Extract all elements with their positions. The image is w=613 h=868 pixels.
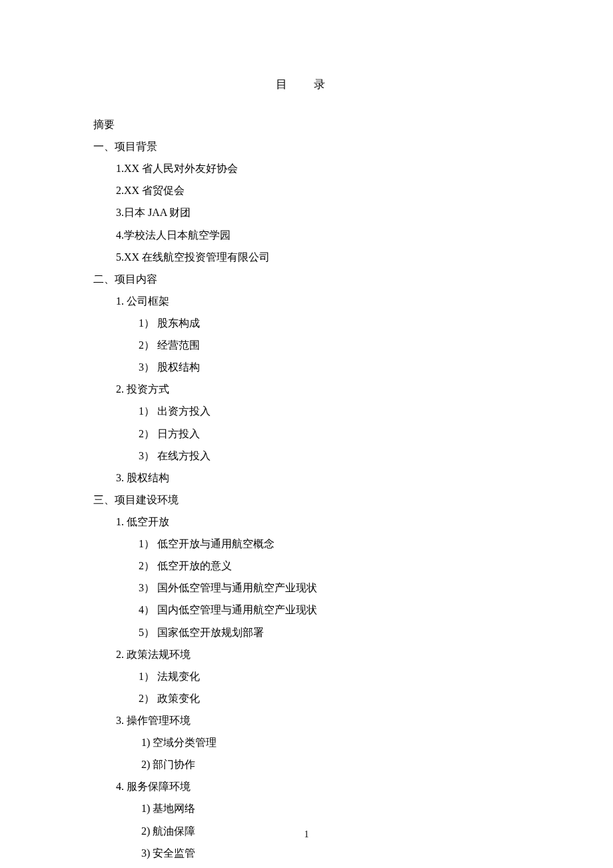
page-number: 1 [0, 829, 613, 840]
toc-section-2: 二、项目内容 [93, 268, 520, 290]
toc-subitem: 2) 部门协作 [93, 753, 520, 775]
toc-subitem: 1） 低空开放与通用航空概念 [93, 533, 520, 555]
document-page: 目 录 摘要 一、项目背景 1.XX 省人民对外友好协会 2.XX 省贸促会 3… [0, 0, 613, 868]
toc-item: 3. 股权结构 [93, 467, 520, 489]
table-of-contents: 摘要 一、项目背景 1.XX 省人民对外友好协会 2.XX 省贸促会 3.日本 … [93, 113, 520, 868]
toc-item: 1.XX 省人民对外友好协会 [93, 157, 520, 179]
toc-subitem: 2） 政策变化 [93, 687, 520, 709]
toc-item: 1. 低空开放 [93, 511, 520, 533]
toc-item: 4. 服务保障环境 [93, 775, 520, 797]
toc-subitem: 2） 日方投入 [93, 423, 520, 445]
toc-subitem: 3） 股权结构 [93, 356, 520, 378]
toc-item: 4.学校法人日本航空学园 [93, 224, 520, 246]
toc-item: 3. 操作管理环境 [93, 709, 520, 731]
toc-subitem: 3） 在线方投入 [93, 445, 520, 467]
toc-item: 2.XX 省贸促会 [93, 179, 520, 201]
toc-item: 1. 公司框架 [93, 290, 520, 312]
toc-subitem: 1） 出资方投入 [93, 400, 520, 422]
toc-section-3: 三、项目建设环境 [93, 489, 520, 511]
toc-subitem: 2） 经营范围 [93, 334, 520, 356]
toc-title: 目 录 [93, 77, 520, 92]
toc-abstract: 摘要 [93, 113, 520, 135]
toc-subitem: 5） 国家低空开放规划部署 [93, 621, 520, 643]
toc-item: 2. 政策法规环境 [93, 643, 520, 665]
toc-item: 3.日本 JAA 财团 [93, 201, 520, 223]
toc-subitem: 3) 安全监管 [93, 842, 520, 864]
toc-subitem: 1） 股东构成 [93, 312, 520, 334]
toc-item: 5. 经济环境 [93, 864, 520, 868]
toc-subitem: 1) 基地网络 [93, 797, 520, 819]
toc-subitem: 2） 低空开放的意义 [93, 555, 520, 577]
toc-subitem: 1） 法规变化 [93, 665, 520, 687]
toc-item: 5.XX 在线航空投资管理有限公司 [93, 246, 520, 268]
toc-subitem: 4） 国内低空管理与通用航空产业现状 [93, 599, 520, 621]
toc-subitem: 1) 空域分类管理 [93, 731, 520, 753]
toc-subitem: 3） 国外低空管理与通用航空产业现状 [93, 577, 520, 599]
toc-item: 2. 投资方式 [93, 378, 520, 400]
toc-section-1: 一、项目背景 [93, 135, 520, 157]
